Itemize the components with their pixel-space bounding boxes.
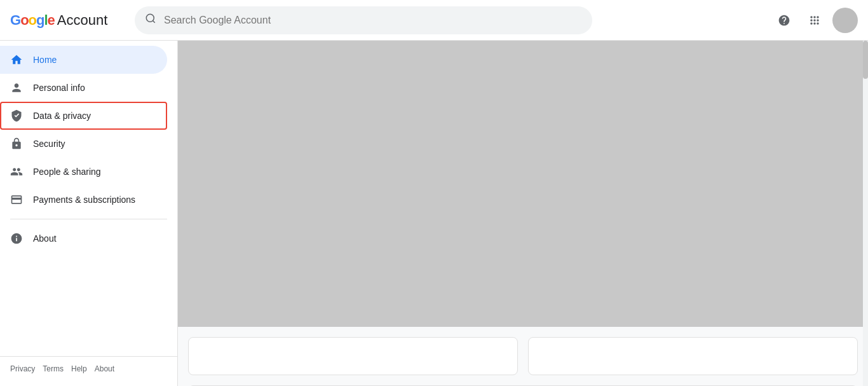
home-icon	[10, 53, 23, 66]
help-button[interactable]	[771, 8, 797, 33]
sidebar-item-data-privacy[interactable]: Data & privacy	[0, 102, 167, 130]
footer-link-terms[interactable]: Terms	[43, 364, 64, 373]
scrollbar-track[interactable]	[863, 41, 868, 386]
search-icon	[145, 13, 156, 27]
sidebar-item-label-people-sharing: People & sharing	[33, 167, 101, 177]
header-actions	[771, 8, 858, 33]
group-icon	[10, 165, 23, 178]
main-content: Privacy suggestions available	[178, 41, 868, 386]
cards-row	[178, 327, 868, 385]
sidebar-item-personal-info[interactable]: Personal info	[0, 74, 167, 102]
apps-button[interactable]	[802, 8, 827, 33]
search-input[interactable]	[164, 15, 582, 26]
sidebar-item-about[interactable]: About	[0, 224, 167, 252]
sidebar-item-label-about: About	[33, 233, 57, 244]
layout: Home Personal info Data & privacy	[0, 41, 868, 386]
avatar-button[interactable]	[832, 8, 858, 33]
footer-link-privacy[interactable]: Privacy	[10, 364, 35, 373]
credit-card-icon	[10, 193, 23, 206]
footer-link-about[interactable]: About	[95, 364, 114, 373]
sidebar-item-home[interactable]: Home	[0, 46, 167, 74]
scrollbar-thumb[interactable]	[863, 41, 868, 79]
sidebar-item-label-data-privacy: Data & privacy	[33, 111, 91, 121]
content-placeholder	[178, 41, 868, 327]
info-icon	[10, 232, 23, 245]
google-account-logo[interactable]: Google Account	[10, 12, 125, 29]
sidebar-item-label-personal-info: Personal info	[33, 83, 85, 93]
account-text: Account	[57, 12, 108, 29]
sidebar-item-payments[interactable]: Payments & subscriptions	[0, 186, 167, 214]
sidebar-item-people-sharing[interactable]: People & sharing	[0, 158, 167, 186]
svg-line-1	[153, 20, 154, 22]
google-g-logo: Google	[10, 12, 55, 29]
sidebar-item-label-home: Home	[33, 55, 57, 65]
person-icon	[10, 81, 23, 94]
sidebar: Home Personal info Data & privacy	[0, 41, 178, 386]
search-bar[interactable]	[135, 6, 592, 34]
lock-icon	[10, 137, 23, 150]
svg-point-0	[146, 14, 154, 22]
sidebar-divider	[10, 219, 167, 219]
sidebar-item-label-payments: Payments & subscriptions	[33, 195, 135, 205]
footer-link-help[interactable]: Help	[71, 364, 87, 373]
shield-icon	[10, 109, 23, 122]
sidebar-item-label-security: Security	[33, 139, 65, 149]
card-placeholder-1	[188, 337, 518, 375]
sidebar-footer: Privacy Terms Help About	[0, 356, 177, 381]
header: Google Account	[0, 0, 868, 41]
card-placeholder-2	[528, 337, 858, 375]
sidebar-item-security[interactable]: Security	[0, 130, 167, 158]
